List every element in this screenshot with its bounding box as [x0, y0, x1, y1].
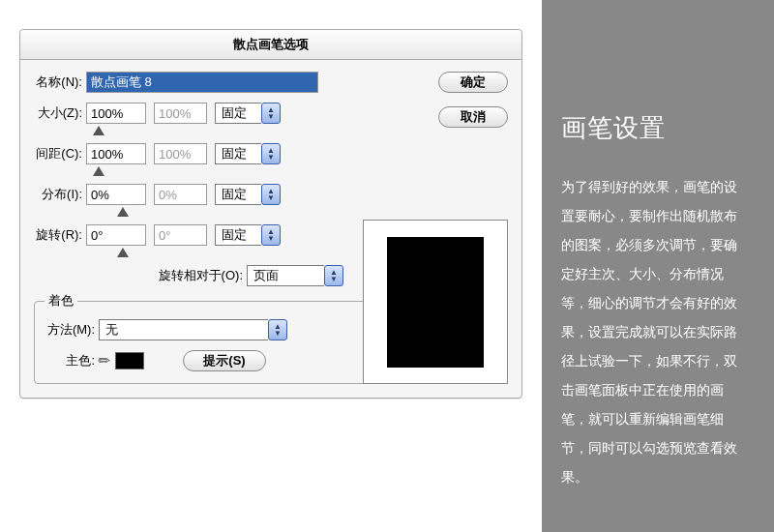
chevron-updown-icon: ▲▼ [268, 319, 287, 340]
hint-button[interactable]: 提示(S) [183, 350, 266, 371]
scatter-input-2 [154, 184, 207, 205]
scatter-label: 分布(I): [34, 186, 86, 203]
size-input-1[interactable] [86, 103, 146, 124]
scatter-slider[interactable] [90, 207, 150, 221]
scatter-input-1[interactable] [86, 184, 146, 205]
ok-button[interactable]: 确定 [438, 72, 508, 93]
side-body: 为了得到好的效果，画笔的设置要耐心，要制作出随机散布的图案，必须多次调节，要确定… [561, 172, 750, 491]
cancel-button[interactable]: 取消 [438, 106, 508, 128]
rotation-relative-label: 旋转相对于(O): [34, 267, 247, 284]
size-label: 大小(Z): [34, 104, 86, 122]
spacing-input-2 [154, 143, 207, 164]
rotation-input-2 [154, 224, 207, 246]
name-input[interactable] [86, 72, 318, 93]
spacing-input-1[interactable] [86, 143, 146, 164]
rotation-relative-select[interactable]: 页面 ▲▼ [247, 265, 343, 286]
scatter-brush-dialog: 散点画笔选项 确定 取消 名称(N): 大小(Z): 固定 ▲▼ [19, 29, 522, 399]
side-article: 画笔设置 为了得到好的效果，画笔的设置要耐心，要制作出随机散布的图案，必须多次调… [561, 0, 774, 532]
preview-swatch [387, 237, 484, 368]
size-slider[interactable] [90, 126, 150, 139]
spacing-label: 间距(C): [34, 145, 86, 163]
method-label: 方法(M): [45, 321, 99, 339]
spacing-mode-select[interactable]: 固定 ▲▼ [215, 143, 281, 164]
rotation-slider[interactable] [90, 248, 150, 261]
dialog-title: 散点画笔选项 [20, 30, 521, 60]
size-input-2 [154, 103, 207, 124]
name-label: 名称(N): [34, 74, 86, 91]
chevron-updown-icon: ▲▼ [261, 103, 281, 124]
spacing-slider[interactable] [90, 166, 150, 180]
chevron-updown-icon: ▲▼ [261, 224, 281, 246]
chevron-updown-icon: ▲▼ [324, 265, 343, 286]
method-select[interactable]: 无 ▲▼ [99, 319, 287, 340]
size-mode-select[interactable]: 固定 ▲▼ [215, 103, 281, 124]
chevron-updown-icon: ▲▼ [261, 184, 281, 205]
chevron-updown-icon: ▲▼ [261, 143, 281, 164]
rotation-mode-select[interactable]: 固定 ▲▼ [215, 224, 281, 246]
brush-preview [363, 220, 508, 384]
key-color-label: 主色: [45, 352, 99, 369]
scatter-mode-select[interactable]: 固定 ▲▼ [215, 184, 281, 205]
colorization-group: 着色 方法(M): 无 ▲▼ 主色: ✎ 提示(S) [34, 292, 372, 384]
colorization-legend: 着色 [45, 292, 77, 310]
rotation-input-1[interactable] [86, 224, 146, 246]
rotation-label: 旋转(R): [34, 226, 86, 244]
side-heading: 画笔设置 [561, 111, 750, 145]
key-color-swatch[interactable] [115, 352, 144, 369]
